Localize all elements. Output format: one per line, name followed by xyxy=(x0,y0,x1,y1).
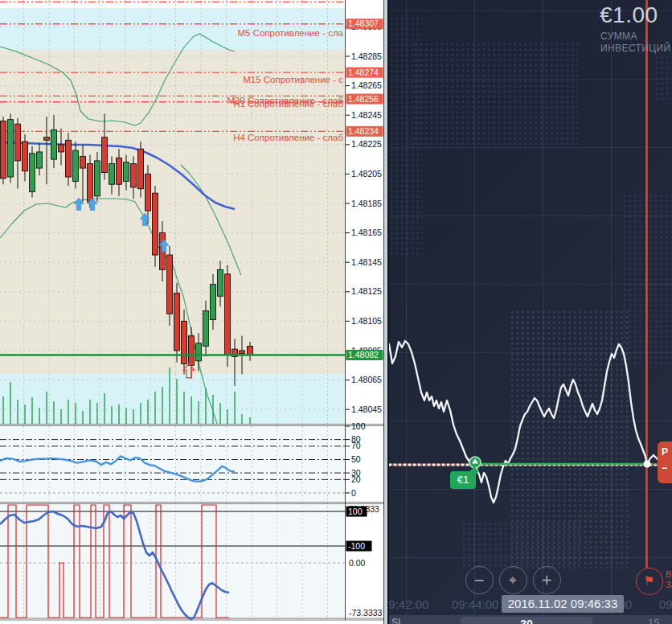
price-line-chart xyxy=(389,0,672,624)
candle-body xyxy=(59,145,64,152)
candle-body xyxy=(117,158,122,184)
candle-body xyxy=(167,255,173,314)
candle-body xyxy=(88,164,93,203)
zone-top xyxy=(0,0,346,8)
trade-result-box: Р − xyxy=(658,441,672,483)
candle-body xyxy=(174,294,180,351)
price-tick-label: 1.48125 xyxy=(351,286,382,296)
price-tick-label: 1.48225 xyxy=(351,139,382,149)
window-divider xyxy=(383,0,389,624)
candle-body xyxy=(30,154,35,192)
candle-body xyxy=(73,150,79,181)
resistance-price-label: 1.48234 xyxy=(348,126,379,136)
price-tick-label: 1.48065 xyxy=(351,375,382,384)
candle-body xyxy=(66,140,72,177)
trading-workspace: M5 Сопротивление - слаM15 Сопротивление … xyxy=(0,0,672,624)
resistance-price-label: 1.48274 xyxy=(348,68,379,77)
price-tick-label: 1.48265 xyxy=(351,80,382,90)
candle-body xyxy=(37,152,43,168)
osc-level-box-label: -100 xyxy=(348,541,365,551)
resistance-label: M15 Сопротивление - с xyxy=(243,75,343,84)
resistance-label: H4 Сопротивление - слаб xyxy=(233,133,343,142)
rsi-scale-label: 20 xyxy=(351,474,361,484)
investment-amount-label-2: ИНВЕСТИЦИЙ xyxy=(600,43,671,54)
candle-body xyxy=(218,269,223,296)
osc-panel-bg xyxy=(0,504,346,618)
price-line xyxy=(389,341,659,503)
crosshair-button[interactable]: ⌖ xyxy=(499,566,527,594)
candle-body xyxy=(182,321,187,363)
candle-body xyxy=(80,156,86,168)
current-price-dot xyxy=(644,461,651,468)
bottom-toolbar: Sl 30 15 xyxy=(389,615,672,624)
candle-body xyxy=(145,174,151,211)
resistance-label: M5 Сопротивление - сла xyxy=(237,28,343,38)
candle-body xyxy=(23,142,28,171)
resistance-price-label: 1.48256 xyxy=(348,94,379,104)
zoom-in-button[interactable]: + xyxy=(533,566,561,594)
price-tick-label: 1.48105 xyxy=(351,316,382,326)
bottom-bar-right-label: 15 xyxy=(648,617,659,624)
candle-body xyxy=(225,274,231,355)
price-tick-label: 1.48205 xyxy=(351,169,382,179)
price-tick-label: 1.48045 xyxy=(351,404,382,414)
bottom-bar-left-label: Sl xyxy=(391,617,400,624)
price-tick-label: 1.48285 xyxy=(351,51,382,61)
candle-body xyxy=(189,336,195,366)
candle-body xyxy=(124,162,129,182)
candle-body xyxy=(44,138,50,141)
bottom-bar-center-pill[interactable]: 30 xyxy=(461,617,592,624)
current-price-label: 1.48082 xyxy=(348,350,379,359)
candle-body xyxy=(15,124,21,161)
candle-body xyxy=(109,164,115,185)
resistance-label: H1 Сопротивление - слаб xyxy=(233,99,343,109)
candle-body xyxy=(196,343,202,361)
timestamp-box: 2016.11.02 09:46:33 xyxy=(502,595,624,613)
rsi-scale-label: 100 xyxy=(351,421,366,431)
rsi-scale-label: 50 xyxy=(351,454,361,464)
candle-body xyxy=(1,121,6,179)
rsi-scale-label: 70 xyxy=(351,441,361,450)
investment-amount: €1.00 xyxy=(600,2,658,28)
price-tick-label: 1.48165 xyxy=(351,228,382,237)
candle-body xyxy=(95,161,100,196)
osc-level-box-label: 100 xyxy=(348,507,363,516)
iqoption-chart: €1.00 СУММА ИНВЕСТИЦИЙ €1 −⌖+ 09:42:0009… xyxy=(389,0,672,624)
rsi-panel-bg xyxy=(0,426,346,502)
expiry-flag-label: ВР ЗА xyxy=(666,569,672,590)
candle-body xyxy=(138,149,144,188)
osc-scale-zero: 0.00 xyxy=(349,558,366,568)
expiry-flag-icon: ⚑ xyxy=(636,568,663,595)
support-zone xyxy=(0,374,346,424)
resistance-price-label: 1.48307 xyxy=(348,18,379,28)
candle-body xyxy=(211,285,216,320)
price-tick-label: 1.48185 xyxy=(351,199,382,208)
candle-body xyxy=(8,120,14,177)
candle-body xyxy=(131,164,137,187)
osc-scale-bottom: -73.3333 xyxy=(349,608,383,618)
mt4-chart: M5 Сопротивление - слаM15 Сопротивление … xyxy=(0,0,386,624)
investment-amount-label: СУММА xyxy=(600,31,637,42)
candle-body xyxy=(153,193,158,255)
rsi-scale-label: 0 xyxy=(351,488,356,498)
flag-glyph: ⚑ xyxy=(642,568,656,593)
zoom-out-button[interactable]: − xyxy=(465,566,494,594)
candle-body xyxy=(51,130,57,160)
candle-body xyxy=(203,311,209,347)
price-tick-label: 1.48145 xyxy=(351,257,382,267)
stake-badge: €1 xyxy=(450,471,476,489)
candle-body xyxy=(240,351,245,354)
candle-body xyxy=(248,347,253,355)
price-tick-label: 1.48245 xyxy=(351,110,382,120)
candle-body xyxy=(102,138,108,173)
